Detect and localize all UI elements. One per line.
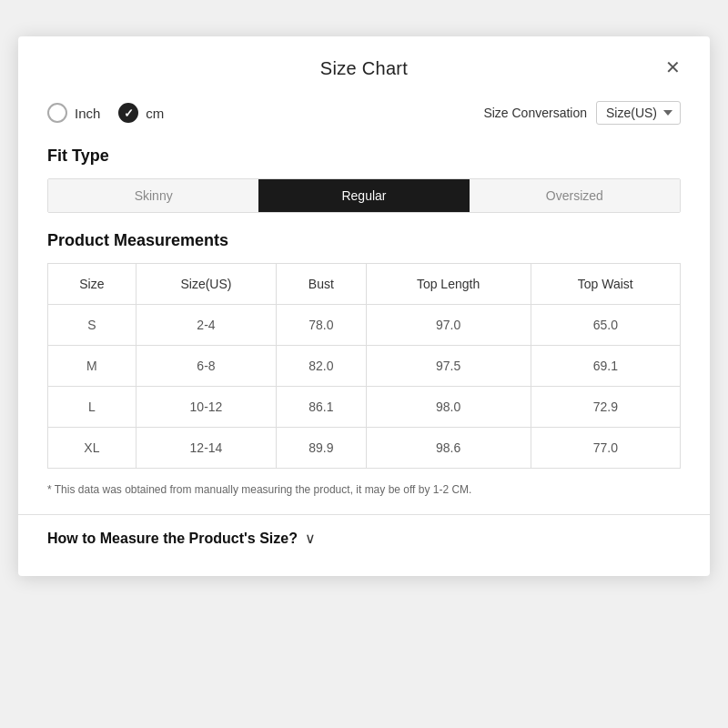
cm-label: cm [146,106,164,121]
fit-type-section: Fit Type Skinny Regular Oversized [47,147,681,213]
table-header-row: Size Size(US) Bust Top Length Top Waist [48,264,681,305]
disclaimer: * This data was obtained from manually m… [47,483,681,496]
tab-skinny[interactable]: Skinny [48,179,258,212]
cell-top-waist: 72.9 [531,387,680,428]
modal-title: Size Chart [320,58,408,78]
cell-size: L [48,387,136,428]
cell-top-length: 98.6 [366,428,531,469]
cell-bust: 78.0 [277,305,366,346]
cell-size: XL [48,428,136,469]
inch-label: Inch [75,106,100,121]
size-conv-select[interactable]: Size(US) Size(EU) Size(UK) [596,101,681,125]
col-bust: Bust [277,264,366,305]
cell-bust: 86.1 [277,387,366,428]
unit-row: Inch cm Size Conversation Size(US) Size(… [47,101,681,125]
how-to-measure-label: How to Measure the Product's Size? [47,531,298,547]
table-row: M 6-8 82.0 97.5 69.1 [48,346,681,387]
tab-regular[interactable]: Regular [258,179,469,212]
table-row: S 2-4 78.0 97.0 65.0 [48,305,681,346]
close-button[interactable]: ✕ [665,58,681,76]
how-to-measure[interactable]: How to Measure the Product's Size? ∨ [47,530,681,547]
measurements-heading: Product Measurements [47,231,681,250]
cm-option[interactable]: cm [118,103,164,123]
cell-size-us: 10-12 [136,387,276,428]
col-top-length: Top Length [366,264,531,305]
cell-size: M [48,346,136,387]
inch-radio[interactable] [47,103,67,123]
size-conv-label: Size Conversation [483,106,587,120]
unit-options: Inch cm [47,103,164,123]
table-row: XL 12-14 89.9 98.6 77.0 [48,428,681,469]
col-size: Size [48,264,136,305]
divider [18,514,710,515]
inch-option[interactable]: Inch [47,103,100,123]
fit-type-tabs: Skinny Regular Oversized [47,178,681,213]
cell-size: S [48,305,136,346]
cm-radio[interactable] [118,103,138,123]
col-top-waist: Top Waist [531,264,680,305]
cell-top-waist: 65.0 [531,305,680,346]
col-size-us: Size(US) [136,264,276,305]
tab-oversized[interactable]: Oversized [470,179,680,212]
size-chart-modal: Size Chart ✕ Inch cm Size Conversation [18,36,710,576]
measurements-section: Product Measurements Size Size(US) Bust … [47,231,681,469]
cell-bust: 89.9 [277,428,366,469]
cell-top-length: 98.0 [366,387,531,428]
modal-overlay: Size Chart ✕ Inch cm Size Conversation [0,0,728,728]
cell-top-waist: 77.0 [531,428,680,469]
fit-type-heading: Fit Type [47,147,681,166]
cell-size-us: 2-4 [136,305,276,346]
cell-top-length: 97.5 [366,346,531,387]
cell-bust: 82.0 [277,346,366,387]
table-row: L 10-12 86.1 98.0 72.9 [48,387,681,428]
modal-header: Size Chart ✕ [47,58,681,79]
active-tab-arrow [358,212,370,213]
size-conversation: Size Conversation Size(US) Size(EU) Size… [483,101,681,125]
measurements-table: Size Size(US) Bust Top Length Top Waist … [47,263,681,469]
cell-top-length: 97.0 [366,305,531,346]
cell-size-us: 6-8 [136,346,276,387]
chevron-down-icon: ∨ [305,530,316,547]
cell-top-waist: 69.1 [531,346,680,387]
cell-size-us: 12-14 [136,428,276,469]
